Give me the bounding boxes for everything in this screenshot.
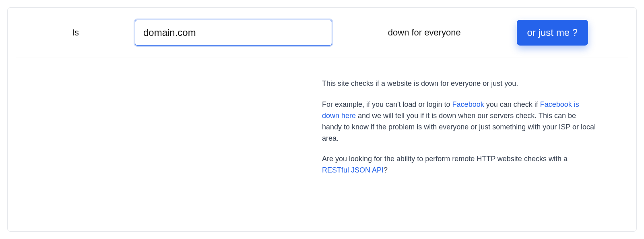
check-button[interactable]: or just me ? [517, 20, 588, 46]
facebook-link[interactable]: Facebook [452, 100, 484, 108]
lead-label: Is [56, 27, 95, 38]
right-column: This site checks if a website is down fo… [322, 78, 620, 186]
text-fragment: and we will tell you if it is down when … [322, 112, 596, 142]
api-paragraph: Are you looking for the ability to perfo… [322, 154, 596, 176]
main-card: Is down for everyone or just me ? This s… [7, 7, 637, 232]
text-fragment: Are you looking for the ability to perfo… [322, 155, 568, 163]
text-fragment: ? [384, 166, 388, 174]
api-link[interactable]: RESTful JSON API [322, 166, 384, 174]
content-row: This site checks if a website is down fo… [8, 58, 636, 186]
mid-label: down for everyone [372, 27, 477, 38]
intro-paragraph: This site checks if a website is down fo… [322, 78, 596, 89]
example-paragraph: For example, if you can't load or login … [322, 99, 596, 144]
domain-input[interactable] [135, 20, 332, 46]
text-fragment: you can check if [484, 100, 540, 108]
text-fragment: For example, if you can't load or login … [322, 100, 452, 108]
query-form-row: Is down for everyone or just me ? [16, 8, 628, 58]
left-column [24, 78, 322, 186]
